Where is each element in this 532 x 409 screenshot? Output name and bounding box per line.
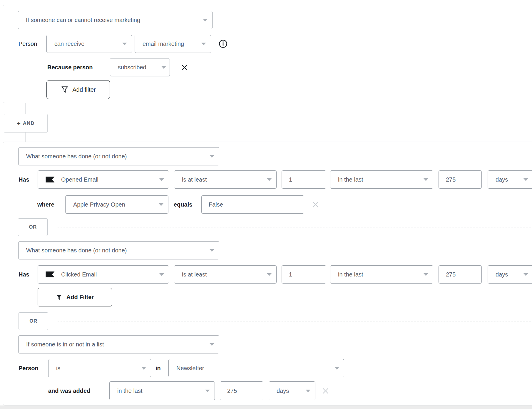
chevron-down-icon	[306, 390, 310, 392]
add-filter-button[interactable]: Add Filter	[38, 288, 112, 306]
add-filter-button[interactable]: Add filter	[46, 80, 110, 99]
because-reason-value: subscribed	[118, 64, 146, 71]
filter-funnel-icon	[56, 294, 62, 301]
page-bottom-strip	[0, 405, 532, 409]
list-operator-select[interactable]: is	[48, 359, 151, 377]
timeframe-select[interactable]: in the last	[330, 170, 433, 189]
and-was-added-label: and was added	[48, 381, 90, 400]
chevron-down-icon	[424, 273, 428, 276]
add-filter-label: Add Filter	[66, 294, 94, 301]
chevron-down-icon	[424, 178, 428, 181]
metric-flag-icon	[46, 177, 55, 182]
remove-condition-icon[interactable]	[180, 58, 189, 76]
metric-value: Opened Email	[61, 176, 98, 183]
filter-property-value: Apple Privacy Open	[73, 201, 125, 208]
remove-condition-icon[interactable]	[321, 381, 330, 400]
time-unit-select[interactable]: days	[488, 170, 532, 189]
count-input[interactable]	[282, 265, 326, 284]
chevron-down-icon	[523, 178, 528, 181]
time-value-input[interactable]	[439, 265, 482, 284]
filter-value-input[interactable]	[201, 195, 304, 214]
list-operator-value: is	[56, 365, 60, 372]
consent-channel-value: email marketing	[143, 41, 184, 47]
or-divider-line	[58, 321, 532, 321]
or-divider-badge: OR	[19, 312, 48, 330]
timeframe-value: in the last	[338, 271, 363, 278]
person-label: Person	[19, 359, 39, 377]
chevron-down-icon	[210, 249, 214, 252]
timeframe-select[interactable]: in the last	[109, 381, 215, 400]
filter-property-select[interactable]: Apple Privacy Open	[65, 195, 168, 214]
person-label: Person	[19, 35, 37, 53]
time-unit-select[interactable]: days	[488, 265, 532, 284]
comparator-value: is at least	[182, 271, 207, 278]
chevron-down-icon	[159, 273, 164, 276]
remove-filter-icon[interactable]	[311, 195, 320, 214]
chevron-down-icon	[159, 178, 164, 181]
consent-verb-select[interactable]: can receive	[46, 35, 132, 53]
condition-type-select[interactable]: What someone has done (or not done)	[18, 147, 219, 165]
chevron-down-icon	[210, 343, 214, 346]
add-filter-label: Add filter	[73, 86, 96, 93]
time-value-input[interactable]	[220, 381, 263, 400]
or-label: OR	[29, 318, 37, 324]
comparator-select[interactable]: is at least	[174, 170, 277, 189]
add-and-group-button[interactable]: + AND	[4, 114, 48, 133]
metric-select[interactable]: Clicked Email	[38, 265, 169, 284]
count-input[interactable]	[282, 170, 326, 189]
filter-funnel-icon	[61, 86, 68, 93]
time-unit-value: days	[496, 176, 508, 183]
metric-select[interactable]: Opened Email	[38, 170, 169, 189]
list-select[interactable]: Newsletter	[168, 359, 344, 377]
timeframe-value: in the last	[338, 176, 363, 183]
chevron-down-icon	[201, 43, 206, 45]
chevron-down-icon	[141, 367, 146, 370]
info-icon[interactable]	[217, 35, 229, 53]
chevron-down-icon	[122, 43, 127, 45]
because-reason-select[interactable]: subscribed	[110, 58, 170, 76]
or-label: OR	[29, 224, 37, 230]
condition-type-value: If someone can or cannot receive marketi…	[26, 17, 140, 24]
list-value: Newsletter	[176, 365, 204, 372]
chevron-down-icon	[210, 155, 214, 158]
metric-value: Clicked Email	[61, 271, 97, 278]
timeframe-select[interactable]: in the last	[330, 265, 433, 284]
chevron-down-icon	[203, 19, 208, 21]
metric-flag-icon	[46, 271, 55, 277]
equals-label: equals	[174, 195, 192, 214]
in-label: in	[155, 359, 161, 377]
chevron-down-icon	[523, 273, 528, 276]
where-label: where	[37, 195, 54, 214]
comparator-select[interactable]: is at least	[174, 265, 277, 284]
condition-type-value: What someone has done (or not done)	[26, 153, 127, 160]
time-unit-select[interactable]: days	[269, 381, 315, 400]
chevron-down-icon	[334, 367, 339, 370]
chevron-down-icon	[159, 203, 163, 206]
chevron-down-icon	[205, 390, 210, 392]
condition-type-select[interactable]: If someone can or cannot receive marketi…	[18, 11, 213, 29]
consent-verb-value: can receive	[54, 41, 84, 47]
time-value-input[interactable]	[439, 170, 482, 189]
and-label: AND	[23, 120, 35, 126]
time-unit-value: days	[277, 388, 289, 394]
timeframe-value: in the last	[117, 388, 143, 394]
plus-icon: +	[17, 120, 20, 127]
has-label: Has	[19, 265, 29, 284]
because-person-label: Because person	[47, 58, 93, 76]
chevron-down-icon	[161, 66, 166, 69]
comparator-value: is at least	[182, 176, 207, 183]
time-unit-value: days	[496, 271, 508, 278]
has-label: Has	[19, 170, 29, 189]
condition-card-activity-group: What someone has done (or not done) Has …	[3, 142, 532, 405]
or-divider-badge: OR	[18, 218, 48, 236]
condition-type-value: If someone is in or not in a list	[26, 341, 104, 348]
condition-card-marketing-consent: If someone can or cannot receive marketi…	[3, 5, 532, 103]
chevron-down-icon	[267, 178, 272, 181]
chevron-down-icon	[267, 273, 272, 276]
consent-channel-select[interactable]: email marketing	[135, 35, 211, 53]
or-divider-line	[58, 227, 532, 227]
condition-type-select[interactable]: What someone has done (or not done)	[18, 241, 219, 259]
condition-type-select[interactable]: If someone is in or not in a list	[18, 335, 219, 353]
condition-type-value: What someone has done (or not done)	[26, 247, 127, 254]
